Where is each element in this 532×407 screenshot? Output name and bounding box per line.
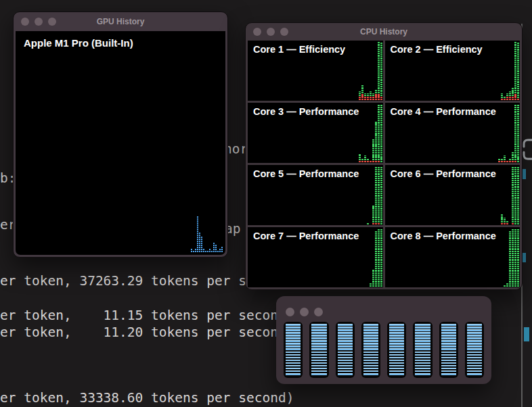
core-meter-fill xyxy=(415,324,430,376)
core-grid: Core 1 — EfficiencyCore 2 — EfficiencyCo… xyxy=(248,41,520,287)
core-usage-bars xyxy=(358,104,382,162)
usage-column xyxy=(504,285,506,287)
usage-column xyxy=(372,269,374,287)
core-label: Core 5 — Performance xyxy=(248,165,383,183)
core-panel-3: Core 3 — Performance xyxy=(248,103,383,163)
scrollbar-mark xyxy=(523,253,526,262)
core-meter xyxy=(413,322,432,378)
core-meter-fill xyxy=(467,324,482,376)
usage-column xyxy=(372,139,374,162)
usage-column xyxy=(506,220,508,224)
terminal-line: er token, 11.20 tokens per second, xyxy=(0,325,294,341)
usage-column xyxy=(512,87,514,100)
gpu-bar xyxy=(213,242,215,252)
usage-column xyxy=(509,91,511,100)
meter-traffic-lights xyxy=(286,308,323,316)
minimize-button[interactable] xyxy=(267,28,275,36)
usage-column xyxy=(506,283,508,287)
close-button[interactable] xyxy=(286,308,294,316)
usage-column xyxy=(504,218,506,224)
usage-column xyxy=(367,93,369,100)
core-usage-bars xyxy=(500,166,519,224)
cpu-traffic-lights xyxy=(253,28,288,36)
gpu-bar xyxy=(217,250,219,252)
gpu-bar xyxy=(205,250,206,252)
gpu-name-label: Apple M1 Pro (Built-In) xyxy=(16,31,225,55)
core-meter-row xyxy=(284,322,484,378)
usage-column xyxy=(364,93,366,100)
usage-column xyxy=(512,166,514,224)
usage-column xyxy=(370,283,372,287)
gpu-bar xyxy=(209,248,210,252)
close-button[interactable] xyxy=(253,28,261,36)
core-meter-fill xyxy=(389,324,404,376)
gpu-bar xyxy=(201,236,202,252)
core-usage-bars xyxy=(358,42,382,100)
cpu-meter-window xyxy=(276,296,491,384)
gpu-window-title: GPU History xyxy=(97,17,145,26)
core-meter xyxy=(336,322,355,378)
usage-column xyxy=(517,166,519,224)
usage-column xyxy=(514,104,516,162)
usage-column xyxy=(370,91,372,100)
usage-column xyxy=(514,229,516,287)
terminal-line: er token, 33338.60 tokens per second) xyxy=(0,390,294,406)
usage-column xyxy=(375,166,377,224)
core-panel-4: Core 4 — Performance xyxy=(385,103,520,163)
usage-column xyxy=(361,85,363,100)
minimize-button[interactable] xyxy=(300,308,309,316)
usage-column xyxy=(378,229,380,287)
zoom-button[interactable] xyxy=(48,18,56,26)
core-usage-bars xyxy=(500,42,519,100)
core-label: Core 7 — Performance xyxy=(248,227,383,245)
usage-column xyxy=(506,160,508,162)
zoom-button[interactable] xyxy=(280,28,288,36)
gpu-window-titlebar[interactable]: GPU History xyxy=(14,12,227,30)
core-panel-2: Core 2 — Efficiency xyxy=(385,41,520,101)
usage-column xyxy=(512,151,514,162)
gpu-bar xyxy=(219,248,221,252)
usage-column xyxy=(375,121,377,162)
core-meter xyxy=(439,322,458,378)
gpu-bar xyxy=(199,232,200,252)
gpu-bar xyxy=(197,216,198,252)
zoom-button[interactable] xyxy=(314,308,323,316)
usage-column xyxy=(375,231,377,287)
usage-column xyxy=(372,205,374,224)
usage-column xyxy=(512,229,514,287)
usage-column xyxy=(501,214,503,224)
core-meter xyxy=(284,322,303,378)
clipped-bracket-icon xyxy=(521,137,532,162)
gpu-bar xyxy=(211,250,213,252)
usage-column xyxy=(380,42,382,100)
usage-column xyxy=(380,104,382,162)
usage-column xyxy=(378,166,380,224)
core-panel-6: Core 6 — Performance xyxy=(385,165,520,225)
core-meter-fill xyxy=(286,324,301,376)
gpu-bar xyxy=(203,248,204,252)
gpu-bar xyxy=(215,244,217,252)
usage-column xyxy=(509,158,511,162)
core-panel-1: Core 1 — Efficiency xyxy=(248,41,383,101)
usage-column xyxy=(361,158,363,162)
usage-column xyxy=(375,89,377,100)
cpu-window-titlebar[interactable]: CPU History xyxy=(246,23,522,40)
usage-column xyxy=(517,42,519,100)
usage-column xyxy=(372,93,374,100)
core-meter xyxy=(361,322,380,378)
gpu-traffic-lights xyxy=(21,18,56,26)
gpu-bar xyxy=(207,250,208,252)
close-button[interactable] xyxy=(21,18,29,26)
scrollbar-mark xyxy=(523,169,526,179)
usage-column xyxy=(378,104,380,162)
usage-column xyxy=(378,42,380,100)
usage-column xyxy=(514,166,516,224)
usage-column xyxy=(504,96,506,100)
core-meter xyxy=(309,322,328,378)
minimize-button[interactable] xyxy=(35,18,43,26)
core-usage-bars xyxy=(369,229,382,287)
core-meter-fill xyxy=(441,324,456,376)
core-meter-fill xyxy=(311,324,326,376)
usage-column xyxy=(367,158,369,162)
gpu-history-window: GPU History Apple M1 Pro (Built-In) xyxy=(13,11,228,258)
